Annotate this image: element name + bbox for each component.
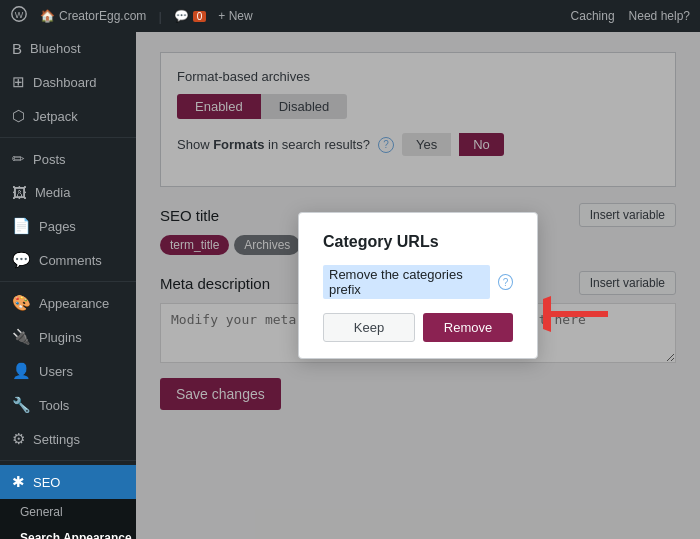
dashboard-icon: ⊞ <box>12 73 25 91</box>
sidebar-item-settings[interactable]: ⚙ Settings <box>0 422 136 456</box>
dialog-title: Category URLs <box>323 233 513 251</box>
main-layout: B Bluehost ⊞ Dashboard ⬡ Jetpack ✏ Posts… <box>0 32 700 539</box>
sidebar-item-appearance[interactable]: 🎨 Appearance <box>0 286 136 320</box>
main-content: Format-based archives Enabled Disabled S… <box>136 32 700 539</box>
jetpack-icon: ⬡ <box>12 107 25 125</box>
sidebar-item-seo-search-appearance[interactable]: Search Appearance <box>0 525 136 539</box>
dialog-help-icon[interactable]: ? <box>498 274 513 290</box>
tools-icon: 🔧 <box>12 396 31 414</box>
dialog-wrapper: Category URLs Remove the categories pref… <box>298 212 538 359</box>
media-icon: 🖼 <box>12 184 27 201</box>
dialog-remove-button[interactable]: Remove <box>423 313 513 342</box>
arrow-svg <box>543 296 613 332</box>
dialog-keep-button[interactable]: Keep <box>323 313 415 342</box>
sidebar-item-tools[interactable]: 🔧 Tools <box>0 388 136 422</box>
sidebar-item-pages[interactable]: 📄 Pages <box>0 209 136 243</box>
sidebar-item-plugins[interactable]: 🔌 Plugins <box>0 320 136 354</box>
dialog-overlay: Category URLs Remove the categories pref… <box>136 32 700 539</box>
arrow-indicator <box>543 296 613 335</box>
sidebar-divider <box>0 137 136 138</box>
sidebar-item-jetpack[interactable]: ⬡ Jetpack <box>0 99 136 133</box>
sidebar-item-seo-general[interactable]: General <box>0 499 136 525</box>
admin-bar-new[interactable]: + New <box>218 9 252 23</box>
seo-submenu: General Search Appearance Social Tools <box>0 499 136 539</box>
wp-icon: W <box>10 5 28 28</box>
sidebar-item-dashboard[interactable]: ⊞ Dashboard <box>0 65 136 99</box>
settings-icon: ⚙ <box>12 430 25 448</box>
sidebar-item-media[interactable]: 🖼 Media <box>0 176 136 209</box>
admin-bar: W 🏠 CreatorEgg.com | 💬 0 + New Caching N… <box>0 0 700 32</box>
caching-link[interactable]: Caching <box>571 9 615 23</box>
sidebar-item-comments[interactable]: 💬 Comments <box>0 243 136 277</box>
help-link[interactable]: Need help? <box>629 9 690 23</box>
comment-icon: 💬 <box>174 9 189 23</box>
sidebar-item-posts[interactable]: ✏ Posts <box>0 142 136 176</box>
category-urls-dialog: Category URLs Remove the categories pref… <box>298 212 538 359</box>
svg-text:W: W <box>15 9 24 19</box>
dialog-buttons: Keep Remove <box>323 313 513 342</box>
sidebar-item-users[interactable]: 👤 Users <box>0 354 136 388</box>
pages-icon: 📄 <box>12 217 31 235</box>
appearance-icon: 🎨 <box>12 294 31 312</box>
seo-icon: ✱ <box>12 473 25 491</box>
dialog-body: Remove the categories prefix ? <box>323 265 513 299</box>
sidebar-divider-2 <box>0 281 136 282</box>
admin-bar-comments[interactable]: 💬 0 <box>174 9 207 23</box>
dialog-highlight-text: Remove the categories prefix <box>323 265 490 299</box>
bluehost-icon: B <box>12 40 22 57</box>
sidebar-item-bluehost[interactable]: B Bluehost <box>0 32 136 65</box>
comments-icon: 💬 <box>12 251 31 269</box>
sidebar-item-seo[interactable]: ✱ SEO <box>0 465 136 499</box>
sidebar: B Bluehost ⊞ Dashboard ⬡ Jetpack ✏ Posts… <box>0 32 136 539</box>
admin-bar-site[interactable]: 🏠 CreatorEgg.com <box>40 9 146 23</box>
home-icon: 🏠 <box>40 9 55 23</box>
admin-bar-right: Caching Need help? <box>571 9 690 23</box>
users-icon: 👤 <box>12 362 31 380</box>
plugins-icon: 🔌 <box>12 328 31 346</box>
posts-icon: ✏ <box>12 150 25 168</box>
sidebar-divider-3 <box>0 460 136 461</box>
admin-bar-separator: | <box>158 9 161 24</box>
